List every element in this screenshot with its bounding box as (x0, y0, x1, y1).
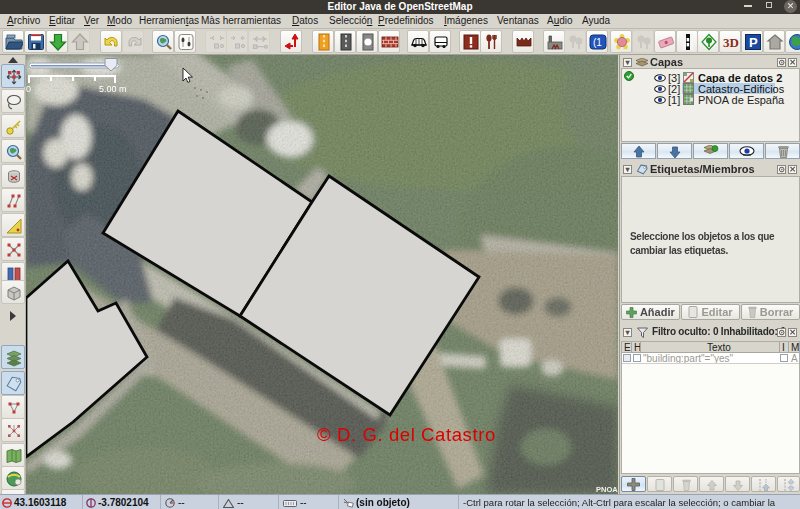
svg-text:(1: (1 (593, 37, 602, 48)
svg-text:5.00 m: 5.00 m (99, 84, 127, 94)
svg-text:© D. G. del Catastro: © D. G. del Catastro (317, 424, 496, 445)
svg-text:PNOA: PNOA (596, 485, 618, 494)
svg-text:0: 0 (26, 84, 31, 94)
svg-text:3D: 3D (723, 35, 739, 50)
svg-text:P: P (749, 35, 758, 50)
